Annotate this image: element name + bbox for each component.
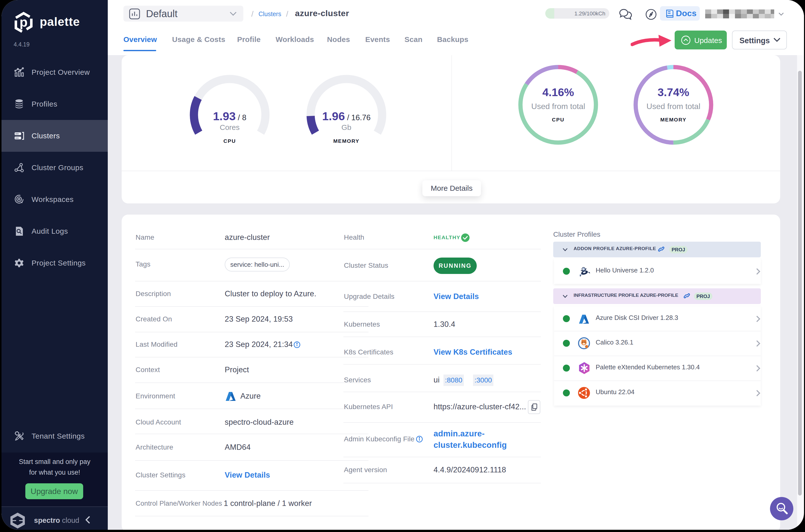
svg-text:p: p xyxy=(20,15,27,29)
